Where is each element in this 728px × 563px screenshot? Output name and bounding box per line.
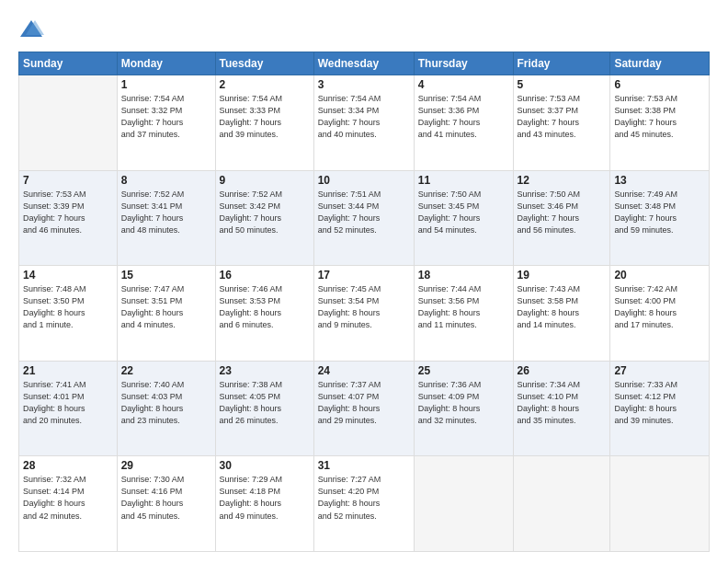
day-number: 2 <box>220 78 310 91</box>
calendar-cell: 28Sunrise: 7:32 AM Sunset: 4:14 PM Dayli… <box>19 456 118 552</box>
calendar-cell: 6Sunrise: 7:53 AM Sunset: 3:38 PM Daylig… <box>610 75 710 171</box>
calendar-cell: 12Sunrise: 7:50 AM Sunset: 3:46 PM Dayli… <box>513 170 610 266</box>
day-info: Sunrise: 7:32 AM Sunset: 4:14 PM Dayligh… <box>23 474 113 522</box>
weekday-friday: Friday <box>513 52 610 75</box>
day-number: 20 <box>614 269 705 282</box>
calendar-cell: 29Sunrise: 7:30 AM Sunset: 4:16 PM Dayli… <box>117 456 215 552</box>
day-info: Sunrise: 7:30 AM Sunset: 4:16 PM Dayligh… <box>121 474 211 522</box>
day-info: Sunrise: 7:41 AM Sunset: 4:01 PM Dayligh… <box>23 379 113 427</box>
day-number: 8 <box>121 174 211 187</box>
day-number: 16 <box>220 269 310 282</box>
day-info: Sunrise: 7:53 AM Sunset: 3:38 PM Dayligh… <box>614 93 705 141</box>
day-number: 12 <box>518 174 607 187</box>
calendar-cell: 16Sunrise: 7:46 AM Sunset: 3:53 PM Dayli… <box>215 266 313 362</box>
day-number: 10 <box>318 174 410 187</box>
calendar-body: 1Sunrise: 7:54 AM Sunset: 3:32 PM Daylig… <box>19 75 710 552</box>
calendar-cell: 2Sunrise: 7:54 AM Sunset: 3:33 PM Daylig… <box>215 75 313 171</box>
day-info: Sunrise: 7:54 AM Sunset: 3:36 PM Dayligh… <box>418 93 509 141</box>
week-row-1: 1Sunrise: 7:54 AM Sunset: 3:32 PM Daylig… <box>19 75 710 171</box>
calendar-cell <box>414 456 513 552</box>
weekday-thursday: Thursday <box>414 52 513 75</box>
day-number: 28 <box>23 459 113 472</box>
calendar-cell: 7Sunrise: 7:53 AM Sunset: 3:39 PM Daylig… <box>19 170 118 266</box>
day-info: Sunrise: 7:44 AM Sunset: 3:56 PM Dayligh… <box>418 283 509 331</box>
calendar-cell: 19Sunrise: 7:43 AM Sunset: 3:58 PM Dayli… <box>513 266 610 362</box>
day-info: Sunrise: 7:48 AM Sunset: 3:50 PM Dayligh… <box>23 283 113 331</box>
week-row-3: 14Sunrise: 7:48 AM Sunset: 3:50 PM Dayli… <box>19 266 710 362</box>
calendar-table: SundayMondayTuesdayWednesdayThursdayFrid… <box>18 52 710 552</box>
day-number: 3 <box>318 78 410 91</box>
logo <box>18 17 46 42</box>
day-info: Sunrise: 7:52 AM Sunset: 3:42 PM Dayligh… <box>220 189 310 236</box>
calendar-cell: 30Sunrise: 7:29 AM Sunset: 4:18 PM Dayli… <box>215 456 313 552</box>
day-info: Sunrise: 7:47 AM Sunset: 3:51 PM Dayligh… <box>121 283 211 331</box>
day-info: Sunrise: 7:53 AM Sunset: 3:39 PM Dayligh… <box>23 189 113 236</box>
weekday-tuesday: Tuesday <box>215 52 313 75</box>
day-info: Sunrise: 7:34 AM Sunset: 4:10 PM Dayligh… <box>518 379 607 427</box>
day-number: 13 <box>614 174 705 187</box>
calendar-cell: 15Sunrise: 7:47 AM Sunset: 3:51 PM Dayli… <box>117 266 215 362</box>
week-row-2: 7Sunrise: 7:53 AM Sunset: 3:39 PM Daylig… <box>19 170 710 266</box>
calendar-cell: 5Sunrise: 7:53 AM Sunset: 3:37 PM Daylig… <box>513 75 610 171</box>
day-info: Sunrise: 7:27 AM Sunset: 4:20 PM Dayligh… <box>318 474 410 522</box>
calendar-cell: 26Sunrise: 7:34 AM Sunset: 4:10 PM Dayli… <box>513 361 610 456</box>
day-info: Sunrise: 7:52 AM Sunset: 3:41 PM Dayligh… <box>121 189 211 236</box>
page-header <box>18 17 710 42</box>
calendar-cell: 31Sunrise: 7:27 AM Sunset: 4:20 PM Dayli… <box>313 456 414 552</box>
day-number: 6 <box>614 78 705 91</box>
day-info: Sunrise: 7:37 AM Sunset: 4:07 PM Dayligh… <box>318 379 410 427</box>
day-info: Sunrise: 7:29 AM Sunset: 4:18 PM Dayligh… <box>220 474 310 522</box>
day-number: 14 <box>23 269 113 282</box>
day-number: 18 <box>418 269 509 282</box>
calendar-cell <box>610 456 710 552</box>
calendar-cell: 25Sunrise: 7:36 AM Sunset: 4:09 PM Dayli… <box>414 361 513 456</box>
calendar-cell: 23Sunrise: 7:38 AM Sunset: 4:05 PM Dayli… <box>215 361 313 456</box>
day-info: Sunrise: 7:51 AM Sunset: 3:44 PM Dayligh… <box>318 189 410 236</box>
calendar-cell: 9Sunrise: 7:52 AM Sunset: 3:42 PM Daylig… <box>215 170 313 266</box>
day-info: Sunrise: 7:45 AM Sunset: 3:54 PM Dayligh… <box>318 283 410 331</box>
day-number: 23 <box>220 364 310 377</box>
calendar-cell <box>19 75 118 171</box>
calendar-cell: 13Sunrise: 7:49 AM Sunset: 3:48 PM Dayli… <box>610 170 710 266</box>
day-info: Sunrise: 7:49 AM Sunset: 3:48 PM Dayligh… <box>614 189 705 236</box>
day-number: 24 <box>318 364 410 377</box>
day-number: 27 <box>614 364 705 377</box>
day-info: Sunrise: 7:50 AM Sunset: 3:45 PM Dayligh… <box>418 189 509 236</box>
day-number: 21 <box>23 364 113 377</box>
day-number: 7 <box>23 174 113 187</box>
day-number: 25 <box>418 364 509 377</box>
calendar-cell: 22Sunrise: 7:40 AM Sunset: 4:03 PM Dayli… <box>117 361 215 456</box>
day-number: 29 <box>121 459 211 472</box>
day-info: Sunrise: 7:54 AM Sunset: 3:34 PM Dayligh… <box>318 93 410 141</box>
calendar-cell: 17Sunrise: 7:45 AM Sunset: 3:54 PM Dayli… <box>313 266 414 362</box>
weekday-wednesday: Wednesday <box>313 52 414 75</box>
week-row-4: 21Sunrise: 7:41 AM Sunset: 4:01 PM Dayli… <box>19 361 710 456</box>
day-info: Sunrise: 7:46 AM Sunset: 3:53 PM Dayligh… <box>220 283 310 331</box>
week-row-5: 28Sunrise: 7:32 AM Sunset: 4:14 PM Dayli… <box>19 456 710 552</box>
calendar-cell: 11Sunrise: 7:50 AM Sunset: 3:45 PM Dayli… <box>414 170 513 266</box>
day-info: Sunrise: 7:53 AM Sunset: 3:37 PM Dayligh… <box>518 93 607 141</box>
day-info: Sunrise: 7:50 AM Sunset: 3:46 PM Dayligh… <box>518 189 607 236</box>
day-info: Sunrise: 7:36 AM Sunset: 4:09 PM Dayligh… <box>418 379 509 427</box>
calendar-cell: 21Sunrise: 7:41 AM Sunset: 4:01 PM Dayli… <box>19 361 118 456</box>
calendar-cell: 27Sunrise: 7:33 AM Sunset: 4:12 PM Dayli… <box>610 361 710 456</box>
weekday-monday: Monday <box>117 52 215 75</box>
day-info: Sunrise: 7:33 AM Sunset: 4:12 PM Dayligh… <box>614 379 705 427</box>
calendar-cell: 24Sunrise: 7:37 AM Sunset: 4:07 PM Dayli… <box>313 361 414 456</box>
day-number: 9 <box>220 174 310 187</box>
calendar-cell: 8Sunrise: 7:52 AM Sunset: 3:41 PM Daylig… <box>117 170 215 266</box>
day-number: 15 <box>121 269 211 282</box>
calendar-cell: 18Sunrise: 7:44 AM Sunset: 3:56 PM Dayli… <box>414 266 513 362</box>
day-number: 11 <box>418 174 509 187</box>
day-info: Sunrise: 7:43 AM Sunset: 3:58 PM Dayligh… <box>518 283 607 331</box>
day-number: 31 <box>318 459 410 472</box>
calendar-cell: 10Sunrise: 7:51 AM Sunset: 3:44 PM Dayli… <box>313 170 414 266</box>
day-number: 26 <box>518 364 607 377</box>
logo-icon <box>18 17 44 42</box>
calendar-cell: 14Sunrise: 7:48 AM Sunset: 3:50 PM Dayli… <box>19 266 118 362</box>
day-number: 1 <box>121 78 211 91</box>
calendar-cell: 3Sunrise: 7:54 AM Sunset: 3:34 PM Daylig… <box>313 75 414 171</box>
day-info: Sunrise: 7:38 AM Sunset: 4:05 PM Dayligh… <box>220 379 310 427</box>
calendar-cell: 4Sunrise: 7:54 AM Sunset: 3:36 PM Daylig… <box>414 75 513 171</box>
day-number: 30 <box>220 459 310 472</box>
